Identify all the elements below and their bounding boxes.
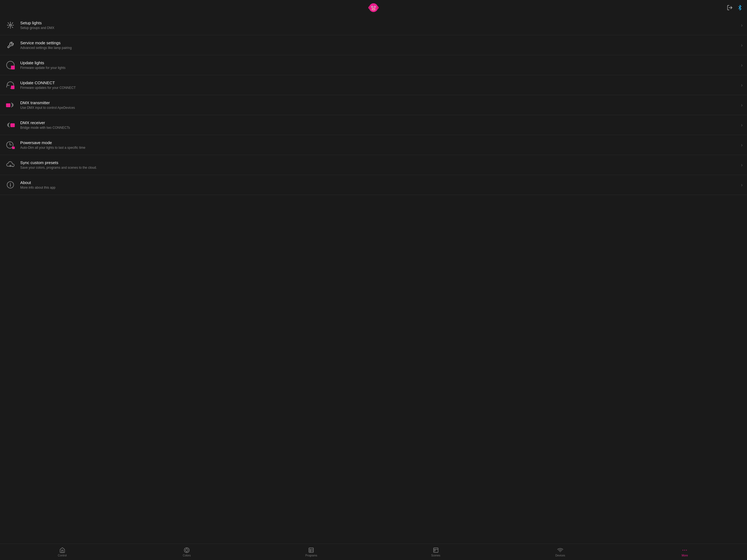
svg-point-6 [371,8,376,11]
svg-point-35 [560,552,561,552]
dmx-transmitter-chevron: › [741,102,743,108]
nav-programs-label: Programs [305,554,317,557]
dmx-receiver-icon [4,119,17,131]
powersave-subtitle: Auto-Dim all your lights to last a speci… [20,146,739,150]
dmx-receiver-title: DMX receiver [20,120,739,125]
dmx-transmitter-title: DMX transmitter [20,100,739,105]
service-mode-subtitle: Advanced settings like lamp pairing [20,46,739,50]
sync-presets-subtitle: Save your colors, programs and scenes to… [20,166,739,170]
nav-item-scenes[interactable]: Scenes [374,544,498,560]
menu-item-powersave[interactable]: Powersave mode Auto-Dim all your lights … [0,135,747,155]
setup-lights-icon [4,19,17,31]
header-actions [727,5,743,11]
setup-lights-title: Setup lights [20,21,739,25]
service-mode-title: Service mode settings [20,41,739,45]
service-mode-icon [4,39,17,51]
colors-icon [184,547,190,553]
about-chevron: › [741,182,743,188]
dmx-receiver-text: DMX receiver Bridge mode with two CONNEC… [20,120,739,130]
update-lights-icon [4,59,17,71]
nav-control-label: Control [58,554,67,557]
menu-item-sync-presets[interactable]: Sync custom presets Save your colors, pr… [0,155,747,175]
dmx-transmitter-text: DMX transmitter Use DMX input to control… [20,100,739,110]
update-lights-chevron: › [741,62,743,68]
app-logo [368,2,379,13]
menu-item-service-mode[interactable]: Service mode settings Advanced settings … [0,35,747,55]
about-subtitle: More info about this app [20,186,739,189]
service-mode-chevron: › [741,42,743,48]
svg-point-38 [686,550,687,551]
sync-presets-chevron: › [741,162,743,168]
bluetooth-button[interactable] [737,5,743,10]
home-icon [59,547,66,553]
svg-point-11 [373,8,373,9]
nav-item-colors[interactable]: Colors [124,544,249,560]
svg-rect-15 [11,85,15,89]
about-title: About [20,180,739,185]
scenes-icon [433,547,439,553]
svg-rect-17 [10,123,15,127]
powersave-icon [4,139,17,151]
update-connect-chevron: › [741,82,743,88]
more-icon [681,547,688,553]
programs-icon [308,547,314,553]
logout-button[interactable] [727,5,733,11]
menu-item-dmx-transmitter[interactable]: DMX transmitter Use DMX input to control… [0,95,747,115]
update-lights-subtitle: Firmware update for your lights [20,66,739,70]
update-connect-subtitle: Firmware updates for your CONNECT [20,86,739,90]
nav-devices-label: Devices [555,554,565,557]
svg-point-12 [374,8,374,9]
svg-point-9 [372,6,373,7]
devices-icon [557,547,563,553]
svg-point-24 [10,183,11,184]
nav-scenes-label: Scenes [431,554,440,557]
sync-presets-title: Sync custom presets [20,160,739,165]
nav-more-label: More [681,554,688,557]
svg-point-10 [375,6,376,7]
update-connect-icon [4,79,17,91]
about-text: About More info about this app [20,180,739,189]
menu-item-update-lights[interactable]: Update lights Firmware update for your l… [0,55,747,75]
powersave-text: Powersave mode Auto-Dim all your lights … [20,140,739,150]
update-connect-title: Update CONNECT [20,80,739,85]
svg-point-26 [185,549,188,551]
dmx-transmitter-subtitle: Use DMX input to control ApeDevices [20,106,739,110]
powersave-title: Powersave mode [20,140,739,145]
update-lights-title: Update lights [20,60,739,65]
nav-item-devices[interactable]: Devices [498,544,622,560]
sync-presets-text: Sync custom presets Save your colors, pr… [20,160,739,170]
svg-rect-29 [309,548,314,552]
svg-rect-16 [6,103,10,107]
svg-rect-33 [433,548,438,552]
menu-item-about[interactable]: About More info about this app › [0,175,747,195]
service-mode-text: Service mode settings Advanced settings … [20,41,739,50]
svg-point-14 [9,24,11,26]
svg-point-37 [685,550,685,551]
dmx-transmitter-icon [4,99,17,111]
header [0,0,747,15]
nav-colors-label: Colors [183,554,191,557]
svg-rect-21 [12,147,15,149]
update-lights-text: Update lights Firmware update for your l… [20,60,739,70]
menu-item-dmx-receiver[interactable]: DMX receiver Bridge mode with two CONNEC… [0,115,747,135]
nav-item-programs[interactable]: Programs [249,544,374,560]
menu-item-update-connect[interactable]: Update CONNECT Firmware updates for your… [0,75,747,95]
main-content: Setup lights Setup groups and DMX › Serv… [0,15,747,560]
update-connect-text: Update CONNECT Firmware updates for your… [20,80,739,90]
nav-item-more[interactable]: More [623,544,747,560]
bottom-navigation: Control Colors Programs [0,543,747,560]
dmx-receiver-subtitle: Bridge mode with two CONNECTs [20,126,739,130]
setup-lights-subtitle: Setup groups and DMX [20,26,739,30]
setup-lights-text: Setup lights Setup groups and DMX [20,21,739,30]
nav-item-control[interactable]: Control [0,544,124,560]
menu-item-setup-lights[interactable]: Setup lights Setup groups and DMX › [0,15,747,35]
powersave-chevron: › [741,142,743,148]
about-icon [4,179,17,191]
svg-point-36 [683,550,684,551]
dmx-receiver-chevron: › [741,122,743,128]
sync-presets-icon [4,159,17,171]
setup-lights-chevron: › [741,22,743,28]
